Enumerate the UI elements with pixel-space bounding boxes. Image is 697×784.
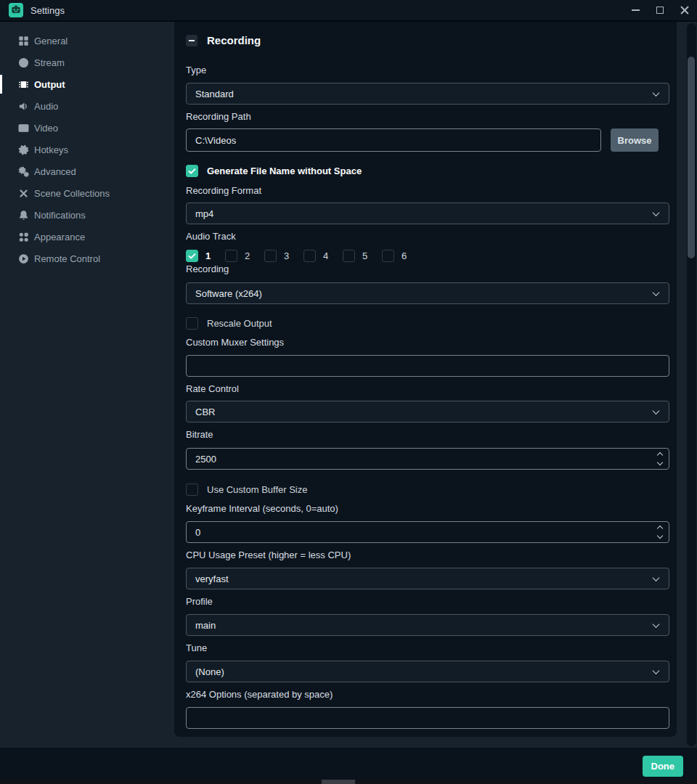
- streamlabs-app-icon: [9, 3, 23, 17]
- generate-file-name-row: Generate File Name without Space: [186, 165, 669, 177]
- tools-icon: [17, 187, 29, 199]
- rate-control-label: Rate Control: [186, 383, 669, 394]
- settings-window: Settings General Stream Output Aud: [0, 0, 697, 784]
- sidebar-item-remote-control[interactable]: Remote Control: [0, 248, 174, 269]
- bottom-strip-segment: [322, 780, 355, 784]
- bitrate-spinner[interactable]: [658, 448, 662, 470]
- bitrate-input[interactable]: [186, 448, 669, 470]
- chevron-down-icon: [653, 209, 660, 216]
- chip-icon: [17, 78, 29, 90]
- audio-track-3-checkbox[interactable]: [264, 250, 277, 262]
- x264-options-input[interactable]: [186, 707, 669, 729]
- type-label: Type: [186, 65, 669, 75]
- use-custom-buffer-label: Use Custom Buffer Size: [207, 484, 307, 495]
- sidebar-item-output[interactable]: Output: [0, 73, 174, 95]
- generate-file-name-checkbox[interactable]: [186, 165, 198, 177]
- minus-icon: [189, 40, 195, 41]
- gear-icon: [17, 144, 29, 155]
- close-button[interactable]: [672, 0, 697, 20]
- done-button[interactable]: Done: [643, 756, 684, 777]
- sidebar-item-label: Output: [34, 79, 65, 90]
- sidebar-item-appearance[interactable]: Appearance: [0, 226, 174, 248]
- chevron-down-icon: [653, 407, 660, 415]
- titlebar: Settings: [0, 0, 697, 22]
- globe-icon: [17, 57, 29, 68]
- section-title: Recording: [207, 34, 261, 46]
- shapes-icon: [17, 231, 29, 242]
- profile-select[interactable]: main: [186, 614, 669, 636]
- rescale-output-label: Rescale Output: [207, 318, 272, 329]
- sidebar-item-label: Stream: [34, 57, 65, 68]
- audio-track-4-checkbox[interactable]: [303, 250, 316, 262]
- sidebar-item-label: Remote Control: [34, 253, 100, 264]
- browse-button[interactable]: Browse: [611, 128, 659, 152]
- sidebar-item-scene-collections[interactable]: Scene Collections: [0, 182, 174, 204]
- spinner-down-icon: [657, 460, 663, 465]
- audio-track-6-checkbox[interactable]: [382, 250, 394, 262]
- bottom-strip: [0, 780, 697, 784]
- speaker-icon: [17, 100, 29, 112]
- grid-icon: [17, 35, 29, 46]
- audio-track-label: Audio Track: [186, 231, 669, 242]
- audio-track-3: 3: [264, 250, 290, 262]
- audio-track-row: 1 2 3 4 5: [186, 250, 669, 262]
- profile-label: Profile: [186, 596, 669, 607]
- audio-track-2-checkbox[interactable]: [225, 250, 237, 262]
- sidebar-item-label: Advanced: [34, 166, 76, 177]
- encoder-label: Recording: [186, 264, 669, 274]
- recording-format-label: Recording Format: [186, 185, 669, 196]
- sidebar-item-label: Notifications: [34, 210, 86, 221]
- minimize-icon: [632, 9, 640, 11]
- sidebar-item-label: General: [34, 36, 68, 46]
- use-custom-buffer-checkbox[interactable]: [186, 483, 198, 496]
- sidebar-item-notifications[interactable]: Notifications: [0, 204, 174, 226]
- audio-track-1: 1: [186, 250, 212, 262]
- spinner-down-icon: [657, 533, 663, 539]
- custom-muxer-input[interactable]: [186, 355, 669, 377]
- audio-track-5-checkbox[interactable]: [343, 250, 355, 262]
- rate-control-select[interactable]: CBR: [186, 401, 669, 422]
- sidebar-item-video[interactable]: Video: [0, 117, 174, 139]
- sidebar-item-audio[interactable]: Audio: [0, 95, 174, 117]
- sidebar-item-label: Audio: [34, 101, 58, 112]
- scrollbar-thumb[interactable]: [688, 57, 695, 258]
- chevron-down-icon: [653, 89, 660, 97]
- sidebar-item-general[interactable]: General: [0, 30, 174, 52]
- chevron-down-icon: [653, 667, 660, 674]
- bell-icon: [17, 209, 29, 221]
- encoder-select[interactable]: Software (x264): [186, 282, 669, 304]
- keyframe-interval-input[interactable]: [186, 521, 669, 543]
- rescale-output-checkbox[interactable]: [186, 317, 198, 330]
- keyframe-interval-field: [186, 521, 669, 543]
- sidebar-item-label: Hotkeys: [34, 144, 68, 155]
- audio-track-1-checkbox[interactable]: [186, 250, 198, 262]
- cpu-preset-select[interactable]: veryfast: [186, 568, 669, 589]
- audio-track-2: 2: [225, 250, 251, 262]
- recording-format-select[interactable]: mp4: [186, 203, 669, 224]
- recording-path-input[interactable]: [186, 128, 601, 152]
- rescale-output-row: Rescale Output: [186, 317, 669, 330]
- recording-path-label: Recording Path: [186, 111, 669, 122]
- audio-track-6: 6: [382, 250, 408, 262]
- keyframe-interval-label: Keyframe Interval (seconds, 0=auto): [186, 503, 669, 514]
- recording-section-header: Recording: [186, 34, 669, 46]
- tune-label: Tune: [186, 642, 669, 653]
- tune-select[interactable]: (None): [186, 661, 669, 682]
- window-controls: [623, 0, 697, 20]
- sidebar-item-label: Scene Collections: [34, 188, 110, 199]
- gears-icon: [17, 166, 29, 177]
- audio-track-4: 4: [303, 250, 330, 262]
- recording-path-row: Browse: [186, 128, 669, 152]
- minimize-button[interactable]: [623, 0, 648, 20]
- keyframe-spinner[interactable]: [658, 521, 662, 543]
- sidebar-item-advanced[interactable]: Advanced: [0, 160, 174, 182]
- scrollbar-track[interactable]: [687, 23, 696, 746]
- x264-options-label: x264 Options (separated by space): [186, 689, 669, 700]
- sidebar-item-stream[interactable]: Stream: [0, 52, 174, 73]
- type-select[interactable]: Standard: [186, 83, 669, 105]
- collapse-section-button[interactable]: [186, 35, 197, 46]
- sidebar-item-hotkeys[interactable]: Hotkeys: [0, 139, 174, 160]
- spinner-up-icon: [657, 526, 663, 531]
- recording-settings-panel: Recording Type Standard Recording Path B…: [174, 22, 677, 737]
- maximize-button[interactable]: [648, 0, 672, 20]
